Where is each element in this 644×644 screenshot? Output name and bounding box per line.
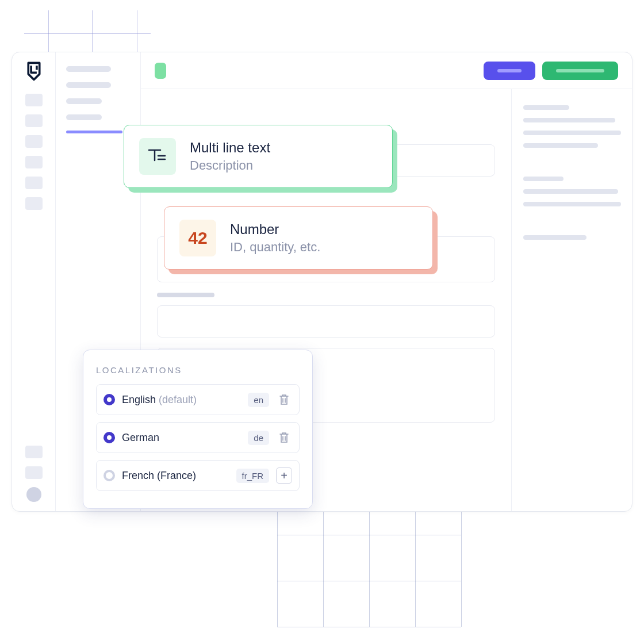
field-placeholder[interactable] xyxy=(157,305,495,338)
number-icon: 42 xyxy=(179,220,216,256)
topbar xyxy=(141,52,632,89)
add-locale-button[interactable]: + xyxy=(276,467,292,484)
field-type-card-number[interactable]: 42 Number ID, quantity, etc. xyxy=(164,206,433,270)
logo-icon xyxy=(25,62,43,81)
rail-item[interactable] xyxy=(25,114,43,127)
locale-row-english[interactable]: English (default) en xyxy=(96,384,300,415)
rail-item[interactable] xyxy=(25,156,43,168)
card-subtitle: ID, quantity, etc. xyxy=(230,240,320,255)
rail-item[interactable] xyxy=(25,177,43,189)
locale-code-badge: en xyxy=(248,393,269,407)
rail-item[interactable] xyxy=(25,94,43,106)
localizations-title: LOCALIZATIONS xyxy=(96,365,300,375)
card-subtitle: Description xyxy=(190,158,270,173)
localizations-panel: LOCALIZATIONS English (default) en Germa… xyxy=(83,350,313,509)
nav-item[interactable] xyxy=(66,66,111,72)
multiline-text-icon xyxy=(139,138,176,175)
success-action-button[interactable] xyxy=(542,62,618,80)
right-sidebar xyxy=(511,89,632,511)
delete-icon[interactable] xyxy=(276,430,292,446)
avatar[interactable] xyxy=(26,487,41,502)
radio-selected-icon[interactable] xyxy=(103,432,115,443)
card-title: Number xyxy=(230,221,320,237)
nav-item[interactable] xyxy=(66,114,102,120)
delete-icon[interactable] xyxy=(276,392,292,408)
icon-rail xyxy=(12,52,56,511)
radio-selected-icon[interactable] xyxy=(103,394,115,405)
status-pill xyxy=(155,63,166,79)
rail-item[interactable] xyxy=(25,197,43,210)
rail-item[interactable] xyxy=(25,135,43,148)
card-title: Multi line text xyxy=(190,140,270,156)
field-type-card-multiline[interactable]: Multi line text Description xyxy=(124,125,393,188)
primary-action-button[interactable] xyxy=(484,62,535,80)
nav-item[interactable] xyxy=(66,82,111,88)
locale-code-badge: fr_FR xyxy=(236,469,270,483)
locale-name: French (France) xyxy=(122,470,229,482)
nav-item-active[interactable] xyxy=(66,131,122,133)
locale-name: German xyxy=(122,432,241,444)
locale-row-french[interactable]: French (France) fr_FR + xyxy=(96,460,300,491)
locale-name: English (default) xyxy=(122,394,241,406)
radio-unselected-icon[interactable] xyxy=(103,470,115,481)
section-label xyxy=(157,293,214,297)
nav-item[interactable] xyxy=(66,98,102,104)
rail-item[interactable] xyxy=(25,466,43,479)
locale-row-german[interactable]: German de xyxy=(96,422,300,453)
locale-code-badge: de xyxy=(248,431,269,445)
rail-item[interactable] xyxy=(25,446,43,458)
